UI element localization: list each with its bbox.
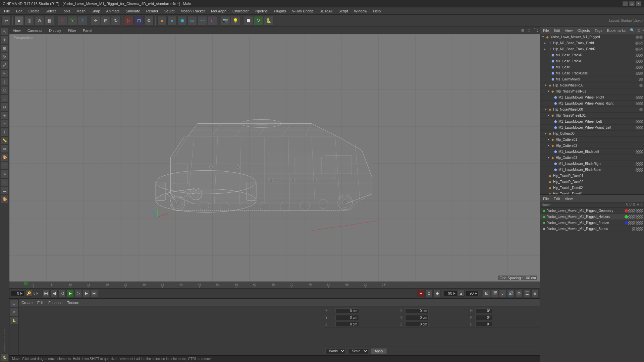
panel-menu[interactable]: Panel	[81, 28, 94, 33]
b-input[interactable]	[475, 322, 492, 327]
matrix-tool-button[interactable]: ⊛	[1, 145, 9, 153]
lower-tex-0c[interactable]	[636, 209, 639, 213]
cube-tool-button[interactable]: ■	[157, 16, 167, 25]
viewport-full-icon[interactable]: ⛶	[533, 28, 539, 33]
menu-item-motion-tracker[interactable]: Motion Tracker	[178, 8, 208, 14]
obj-expand-11[interactable]: ▼	[544, 108, 548, 111]
x-scale-input[interactable]	[405, 308, 429, 313]
tex-10b[interactable]	[639, 102, 643, 105]
bend-tool-button[interactable]: ⌒	[1, 162, 9, 170]
timeline-icon-5[interactable]: ⚙	[515, 290, 523, 297]
tex-21b[interactable]	[639, 168, 643, 172]
spline-draw-button[interactable]: ⌇	[1, 128, 9, 136]
current-frame-display[interactable]: 90 F	[444, 291, 457, 296]
view-menu[interactable]: View	[11, 28, 23, 33]
obj-row-12[interactable]: ▼ ◆ Hlp_NoseWheelL01	[540, 113, 644, 119]
menu-item-render[interactable]: Render	[144, 8, 161, 14]
tex-2b[interactable]	[639, 54, 643, 57]
cameras-menu[interactable]: Cameras	[25, 28, 45, 33]
obj-row-1[interactable]: ▸ ⌇ Hlp_M1_Base_Track_PathR ✓	[540, 46, 644, 52]
lower-view-menu[interactable]: View	[564, 196, 574, 201]
add-key-button[interactable]: ◆	[433, 290, 441, 297]
timeline-icon-4[interactable]: 🔊	[507, 290, 515, 297]
om-objects-menu[interactable]: Objects	[576, 28, 591, 33]
bottom-icon-3[interactable]: 🐍	[10, 316, 18, 324]
tex-4b[interactable]	[639, 66, 643, 69]
obj-row-18[interactable]: ▸ ⬟ M1_LawnMower_BladeLeft	[540, 149, 644, 155]
undo-button[interactable]: ↩	[1, 16, 11, 25]
lower-tex-1c[interactable]	[636, 215, 639, 219]
timeline-icon-2[interactable]: 🎬	[491, 290, 498, 297]
minimize-button[interactable]: –	[623, 1, 628, 6]
tex-21[interactable]	[636, 168, 639, 172]
viewport[interactable]: X Y Z Grid Spacing : 100 cm	[9, 34, 540, 282]
obj-row-17[interactable]: ▼ ◆ Hlp_Cutters02	[540, 143, 644, 149]
tex-18b[interactable]	[639, 150, 643, 154]
menu-item-script[interactable]: Script	[336, 8, 351, 14]
obj-row-19[interactable]: ▼ ◆ Hlp_Cutters03	[540, 155, 644, 161]
om-edit-menu[interactable]: Edit	[552, 28, 561, 33]
render-settings-button[interactable]: ⚙	[144, 16, 154, 25]
timeline-icon-6[interactable]: ☰	[523, 290, 531, 297]
next-key-button[interactable]: ▷	[74, 290, 82, 297]
lower-tex-1d[interactable]	[639, 215, 643, 219]
menu-item-help[interactable]: Help	[371, 8, 384, 14]
menu-item-create[interactable]: Create	[26, 8, 42, 14]
scale-tool-left[interactable]: ⊞	[1, 44, 9, 52]
tex-13[interactable]	[636, 120, 639, 123]
mat-texture-menu[interactable]: Texture	[66, 300, 80, 305]
obj-expand-12[interactable]: ▼	[547, 114, 550, 117]
tex-6[interactable]	[639, 78, 643, 81]
tex-3[interactable]	[636, 60, 639, 63]
obj-row-2[interactable]: ▸ ⬟ M1_Base_TrackR	[540, 52, 644, 58]
lower-obj-row-0[interactable]: ■ Yarbo_Lawn_Mower_M1_Rigged_Geometry	[540, 208, 644, 214]
check-1-1[interactable]: ✓	[639, 48, 643, 51]
world-dropdown[interactable]: World	[325, 348, 345, 354]
mat-create-menu[interactable]: Create	[20, 300, 34, 305]
obj-row-3[interactable]: ▸ ⬟ M1_Base_TrackL	[540, 58, 644, 64]
om-bookmarks-menu[interactable]: Bookmarks	[606, 28, 627, 33]
y-pos-input[interactable]	[335, 315, 359, 320]
obj-expand-19[interactable]: ▼	[547, 156, 550, 159]
obj-row-9[interactable]: ▸ ⬟ M1_LawnMower_Wheel_Right	[540, 95, 644, 101]
display-menu[interactable]: Display	[47, 28, 63, 33]
texture-tool-left[interactable]: 🎨	[1, 153, 9, 161]
lower-tex-0d[interactable]	[639, 209, 643, 213]
tex-10[interactable]	[636, 102, 639, 105]
obj-expand-root[interactable]: ▼	[542, 36, 545, 39]
tex-13b[interactable]	[639, 120, 643, 123]
apply-button[interactable]: Apply	[371, 348, 387, 354]
menu-item-v-ray-bridge[interactable]: V-Ray Bridge	[289, 8, 317, 14]
lower-tex-3b[interactable]	[636, 227, 639, 231]
obj-expand-8[interactable]: ▼	[547, 90, 550, 93]
p-input[interactable]	[475, 315, 492, 320]
tex-20b[interactable]	[639, 162, 643, 166]
tex-3b[interactable]	[639, 60, 643, 63]
camera-tool-button[interactable]: 📷	[221, 16, 230, 25]
maximize-button[interactable]: □	[629, 1, 635, 6]
lower-tex-0b[interactable]	[632, 209, 635, 213]
obj-row-11[interactable]: ▼ ◆ Hlp_NoseWheelL00	[540, 107, 644, 113]
sphere-tool-button[interactable]: ●	[167, 16, 177, 25]
select-tool-button[interactable]: ↖	[1, 27, 9, 36]
lower-file-menu[interactable]: File	[542, 196, 550, 201]
check-0-1[interactable]: ✓	[639, 42, 643, 45]
scale-tool-button[interactable]: ⊞	[101, 16, 110, 25]
obj-expand-7[interactable]: ▼	[544, 84, 548, 87]
x-axis-button[interactable]: X	[58, 16, 67, 25]
tex-14[interactable]	[636, 126, 639, 129]
filter-menu[interactable]: Filter	[66, 28, 78, 33]
object-mode-button[interactable]: ▦	[45, 16, 54, 25]
obj-row-6[interactable]: ▸ ⬟ M1_LawnMower	[540, 76, 644, 82]
obj-row-13[interactable]: ▸ ⬟ M1_LawnMower_Wheel_Left	[540, 119, 644, 125]
menu-item-select[interactable]: Select	[43, 8, 59, 14]
tex-9[interactable]	[636, 96, 639, 99]
viewport-layout-icon[interactable]: ⊞	[520, 28, 526, 33]
tex-9b[interactable]	[639, 96, 643, 99]
lower-tex-1b[interactable]	[632, 215, 635, 219]
om-tags-menu[interactable]: Tags	[593, 28, 604, 33]
tex-18[interactable]	[636, 150, 639, 154]
menu-item-tools[interactable]: Tools	[59, 8, 73, 14]
tex-14b[interactable]	[639, 126, 643, 129]
lower-tex-0a[interactable]	[628, 209, 632, 213]
